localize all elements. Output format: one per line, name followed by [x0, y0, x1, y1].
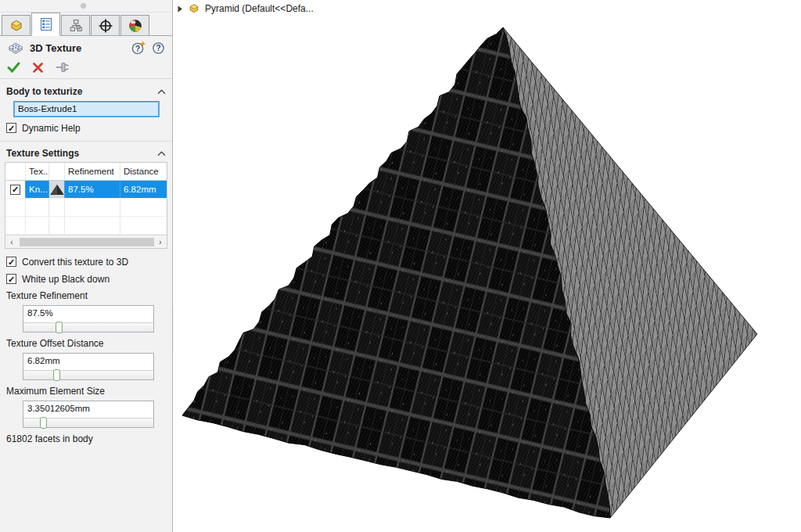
header-cell-check	[5, 163, 26, 180]
texture-table: Tex... Refinement Distance ✓ Kn... 87.5%…	[5, 162, 167, 249]
scroll-right-icon[interactable]: ›	[154, 238, 167, 246]
white-up-black-down-checkbox[interactable]: ✓	[6, 274, 16, 284]
cancel-x-icon[interactable]	[32, 62, 44, 74]
tab-featuremanager[interactable]	[2, 15, 31, 35]
dynamic-help-label: Dynamic Help	[22, 123, 81, 134]
tree-item-label: Pyramid (Default<<Defa...	[205, 3, 314, 14]
header-cell-thumb	[49, 163, 65, 180]
pin-icon[interactable]	[56, 61, 70, 74]
dynamic-help-row[interactable]: ✓ Dynamic Help	[6, 122, 81, 134]
header-cell-refinement: Refinement	[65, 163, 120, 180]
page-title: 3D Texture	[30, 42, 81, 54]
texture-offset-distance-label: Texture Offset Distance	[6, 338, 104, 349]
header-cell-texture: Tex...	[26, 163, 49, 180]
scrollbar-thumb[interactable]	[20, 238, 154, 246]
dynamic-help-checkbox[interactable]: ✓	[6, 123, 16, 133]
body-selection-field[interactable]: Boss-Extrude1	[13, 101, 160, 117]
svg-text:?: ?	[156, 44, 160, 52]
texture-refinement-control[interactable]: 87.5%	[23, 305, 154, 332]
property-manager-panel: 3D Texture ? ?	[0, 0, 173, 532]
texture-offset-distance-value[interactable]: 6.82mm	[23, 354, 153, 372]
distance-cell: 6.82mm	[120, 181, 167, 198]
dimxpert-icon	[98, 18, 113, 34]
expand-arrow-icon[interactable]	[178, 5, 183, 13]
panel-resize-grip[interactable]	[81, 3, 86, 9]
pyramid-3d-model[interactable]	[174, 0, 801, 532]
texture-name-cell: Kn...	[26, 181, 49, 198]
texture-table-header: Tex... Refinement Distance	[5, 163, 167, 181]
facets-count-text: 61802 facets in body	[6, 433, 93, 444]
slider-track[interactable]	[23, 322, 153, 332]
tab-dimxpert[interactable]	[91, 15, 120, 35]
white-up-black-down-row[interactable]: ✓ White up Black down	[6, 273, 110, 285]
feature-tree-root-item[interactable]: Pyramid (Default<<Defa...	[178, 2, 314, 15]
texture-refinement-label: Texture Refinement	[6, 290, 88, 301]
texture-row-checkbox[interactable]: ✓	[10, 185, 20, 195]
help-whats-new-icon[interactable]: ?	[131, 41, 146, 55]
header-cell-distance: Distance	[120, 163, 167, 180]
table-horizontal-scrollbar[interactable]: ‹ ›	[5, 235, 167, 248]
part-icon	[188, 2, 200, 15]
slider-track[interactable]	[23, 370, 153, 379]
slider-thumb[interactable]	[53, 369, 60, 381]
configuration-icon	[68, 18, 84, 34]
part-icon	[9, 18, 24, 34]
convert-texture-checkbox[interactable]: ✓	[6, 257, 16, 267]
slider-thumb[interactable]	[40, 417, 47, 429]
tab-property-manager[interactable]	[31, 13, 60, 36]
table-row[interactable]: ✓ Kn... 87.5% 6.82mm	[5, 181, 167, 199]
panel-tab-bar	[0, 13, 172, 36]
convert-texture-label: Convert this texture to 3D	[22, 257, 128, 268]
texture-refinement-value[interactable]: 87.5%	[23, 306, 153, 324]
3d-texture-icon	[7, 41, 24, 55]
scroll-left-icon[interactable]: ‹	[5, 238, 18, 246]
ok-check-icon[interactable]	[7, 61, 20, 74]
svg-text:?: ?	[135, 45, 140, 53]
help-icon[interactable]: ?	[152, 41, 165, 55]
slider-thumb[interactable]	[56, 322, 63, 333]
refinement-cell: 87.5%	[65, 181, 120, 198]
panel-top-strip	[0, 0, 172, 13]
property-manager-actions	[7, 59, 70, 75]
tab-configurations[interactable]	[61, 15, 90, 35]
slider-track[interactable]	[23, 418, 153, 427]
group-title: Body to texturize	[6, 86, 82, 97]
divider	[0, 78, 172, 79]
table-row-empty	[5, 199, 167, 217]
divider	[0, 141, 172, 142]
maximum-element-size-control[interactable]: 3.35012605mm	[23, 401, 154, 428]
property-manager-header: 3D Texture ? ?	[7, 39, 165, 56]
appearance-icon	[128, 18, 143, 34]
tab-appearances[interactable]	[120, 15, 149, 35]
texture-pyramid-thumbnail	[49, 181, 65, 198]
convert-texture-row[interactable]: ✓ Convert this texture to 3D	[6, 256, 128, 268]
texture-settings-group-header: Texture Settings	[6, 147, 166, 160]
group-title: Texture Settings	[6, 148, 79, 159]
table-row-empty	[5, 217, 167, 235]
collapse-chevron-icon[interactable]	[157, 151, 166, 156]
texture-offset-distance-control[interactable]: 6.82mm	[23, 353, 154, 380]
white-up-black-down-label: White up Black down	[22, 274, 110, 285]
collapse-chevron-icon[interactable]	[157, 89, 166, 95]
body-to-texturize-group-header: Body to texturize	[6, 85, 166, 98]
property-manager-icon	[38, 16, 54, 32]
solidworks-window: 3D Texture ? ?	[0, 0, 801, 532]
graphics-viewport[interactable]: Pyramid (Default<<Defa...	[174, 0, 801, 532]
maximum-element-size-label: Maximum Element Size	[6, 386, 105, 397]
